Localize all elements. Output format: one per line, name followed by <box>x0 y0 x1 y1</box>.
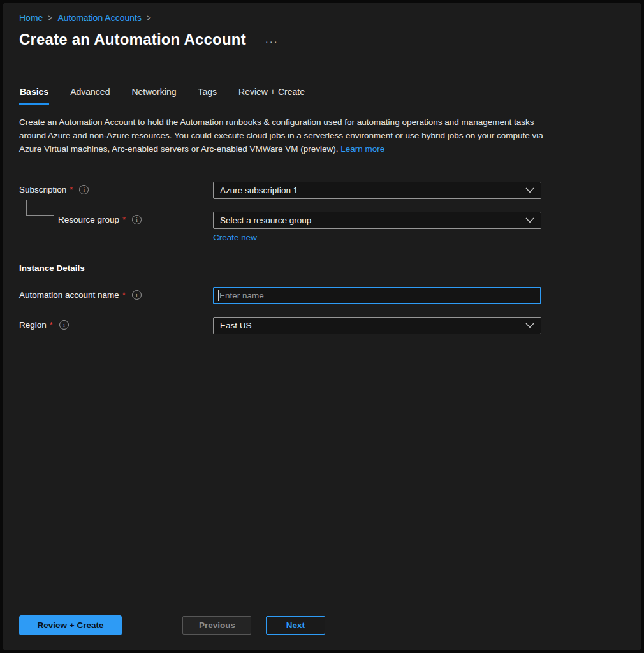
tab-networking[interactable]: Networking <box>131 87 177 105</box>
required-asterisk: * <box>70 185 73 194</box>
tree-connector-line <box>26 200 54 216</box>
region-label: Region <box>19 320 47 330</box>
tab-basics[interactable]: Basics <box>19 87 49 105</box>
resource-group-dropdown[interactable]: Select a resource group <box>213 212 541 229</box>
info-icon[interactable]: i <box>132 215 142 224</box>
tab-description: Create an Automation Account to hold the… <box>19 115 558 156</box>
subscription-dropdown[interactable]: Azure subscription 1 <box>213 182 541 199</box>
chevron-down-icon <box>525 217 534 223</box>
text-cursor <box>218 290 219 301</box>
tab-review-create[interactable]: Review + Create <box>238 87 305 105</box>
breadcrumb-separator-icon: > <box>48 12 52 24</box>
required-asterisk: * <box>122 290 126 300</box>
breadcrumb-home-link[interactable]: Home <box>19 13 43 23</box>
create-new-resource-group-link[interactable]: Create new <box>213 233 257 242</box>
review-create-button[interactable]: Review + Create <box>19 615 122 635</box>
region-dropdown[interactable]: East US <box>213 317 541 334</box>
info-icon[interactable]: i <box>132 290 142 300</box>
info-icon[interactable]: i <box>59 320 69 330</box>
required-asterisk: * <box>122 215 126 224</box>
previous-button[interactable]: Previous <box>182 616 251 635</box>
tab-tags[interactable]: Tags <box>197 87 217 105</box>
basics-form: Subscription * i Azure subscription 1 <box>19 182 625 334</box>
subscription-label-group: Subscription * i <box>19 182 213 194</box>
tab-advanced[interactable]: Advanced <box>70 87 110 105</box>
required-asterisk: * <box>50 320 53 330</box>
account-name-label: Automation account name <box>19 290 119 300</box>
chevron-down-icon <box>525 323 534 328</box>
learn-more-link[interactable]: Learn more <box>340 144 384 154</box>
resource-group-label: Resource group <box>58 215 119 224</box>
instance-details-heading: Instance Details <box>19 263 625 273</box>
resource-group-row: Resource group * i Select a resource gro… <box>19 212 625 243</box>
description-text: Create an Automation Account to hold the… <box>19 117 543 154</box>
subscription-row: Subscription * i Azure subscription 1 <box>19 182 625 199</box>
resource-group-dropdown-value: Select a resource group <box>220 216 311 225</box>
breadcrumb: Home > Automation Accounts > <box>19 13 625 23</box>
region-row: Region * i East US <box>19 317 625 334</box>
page-title: Create an Automation Account <box>19 31 246 48</box>
region-label-group: Region * i <box>19 317 213 330</box>
next-button[interactable]: Next <box>266 616 325 635</box>
region-dropdown-value: East US <box>220 321 252 330</box>
subscription-label: Subscription <box>19 185 66 194</box>
ellipsis-menu-icon[interactable]: ··· <box>265 34 279 45</box>
info-icon[interactable]: i <box>79 185 89 194</box>
create-automation-account-pane: Home > Automation Accounts > Create an A… <box>3 3 641 650</box>
breadcrumb-separator-icon: > <box>147 12 151 24</box>
account-name-label-group: Automation account name * i <box>19 287 213 300</box>
account-name-input[interactable] <box>213 287 541 304</box>
tab-bar: Basics Advanced Networking Tags Review +… <box>19 87 625 105</box>
chevron-down-icon <box>525 187 534 193</box>
title-row: Create an Automation Account ··· <box>19 31 625 48</box>
subscription-dropdown-value: Azure subscription 1 <box>220 186 298 195</box>
account-name-row: Automation account name * i <box>19 287 625 304</box>
project-details-block: Subscription * i Azure subscription 1 <box>19 182 625 243</box>
wizard-footer: Review + Create Previous Next <box>3 601 641 650</box>
breadcrumb-automation-accounts-link[interactable]: Automation Accounts <box>57 13 142 23</box>
